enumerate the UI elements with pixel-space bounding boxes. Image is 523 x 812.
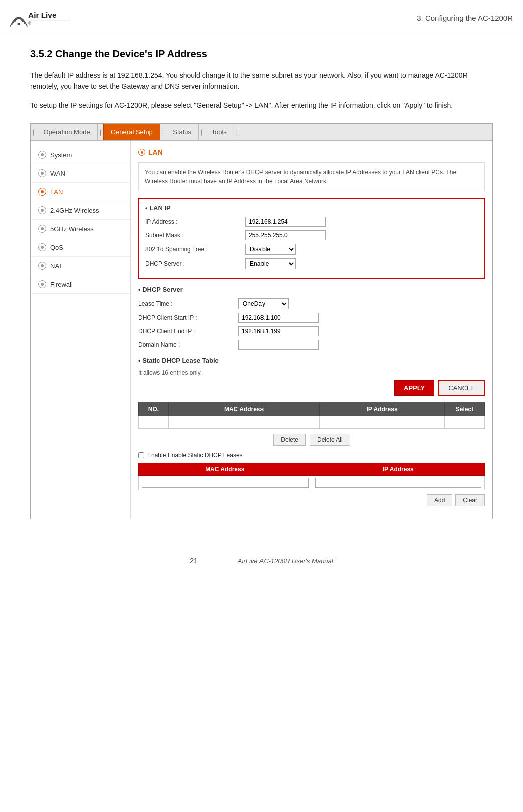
table-header-select: Select xyxy=(445,402,485,416)
static-mac-input[interactable] xyxy=(142,478,309,488)
lan-ip-box: • LAN IP IP Address : Subnet Mask : 802.… xyxy=(138,198,485,279)
paragraph-2: To setup the IP settings for AC-1200R, p… xyxy=(30,100,493,111)
sidebar-item-nat[interactable]: NAT xyxy=(31,257,130,275)
wan-icon xyxy=(38,169,46,177)
sidebar-item-5ghz-label: 5GHz Wireless xyxy=(50,225,94,233)
svg-point-0 xyxy=(18,23,20,25)
nav-item-tools[interactable]: Tools xyxy=(205,124,234,140)
delete-button[interactable]: Delete xyxy=(273,434,306,446)
panel-title-icon-inner xyxy=(141,151,143,154)
router-ui-screenshot: | Operation Mode | General Setup | Statu… xyxy=(30,123,493,519)
sidebar-item-5ghz[interactable]: 5GHz Wireless xyxy=(31,220,130,238)
lease-table: NO. MAC Address IP Address Select xyxy=(138,402,485,429)
nav-bar: | Operation Mode | General Setup | Statu… xyxy=(31,124,492,141)
spanning-tree-row: 802.1d Spanning Tree : Disable Enable xyxy=(145,244,478,255)
static-table-row xyxy=(139,476,485,490)
svg-text:Air Live: Air Live xyxy=(28,11,57,19)
spanning-tree-select[interactable]: Disable Enable xyxy=(245,244,296,255)
qos-icon xyxy=(38,243,46,251)
right-panel: LAN You can enable the Wireless Router's… xyxy=(131,141,492,519)
nav-item-status[interactable]: Status xyxy=(166,124,199,140)
nav-item-operation-mode[interactable]: Operation Mode xyxy=(36,124,97,140)
sidebar-item-system[interactable]: System xyxy=(31,146,130,164)
nav-separator-1: | xyxy=(98,124,103,140)
enable-static-dhcp-row: Enable Enable Static DHCP Leases xyxy=(138,452,485,459)
delete-all-button[interactable]: Delete All xyxy=(310,434,350,446)
24ghz-icon xyxy=(38,206,46,214)
static-dhcp-table: MAC Address IP Address xyxy=(138,463,485,490)
dhcp-end-ip-row: DHCP Client End IP : xyxy=(138,326,485,336)
static-dhcp-title: • Static DHCP Lease Table xyxy=(138,357,485,364)
router-main: System WAN LAN 2.4GHz Wireless 5GHz Wire… xyxy=(31,141,492,519)
dhcp-server-title: • DHCP Server xyxy=(138,286,485,293)
footer-manual-name: AirLive AC-1200R User's Manual xyxy=(238,557,333,565)
sidebar-item-system-label: System xyxy=(50,151,72,159)
lease-time-row: Lease Time : OneDay OneWeek OneMonth xyxy=(138,298,485,309)
nav-item-general-setup[interactable]: General Setup xyxy=(103,124,160,140)
nav-separator-left: | xyxy=(31,124,36,140)
static-ip-input[interactable] xyxy=(315,478,482,488)
sidebar-item-nat-label: NAT xyxy=(50,262,63,270)
subnet-mask-label: Subnet Mask : xyxy=(145,232,245,239)
lease-time-select[interactable]: OneDay OneWeek OneMonth xyxy=(238,298,289,309)
table-cell-empty-ip xyxy=(320,416,445,429)
enable-static-dhcp-checkbox[interactable] xyxy=(138,452,144,458)
dhcp-server-label: DHCP Server : xyxy=(145,260,245,267)
dhcp-start-ip-input[interactable] xyxy=(238,313,319,323)
domain-name-input[interactable] xyxy=(238,340,319,350)
domain-name-row: Domain Name : xyxy=(138,340,485,350)
delete-row: Delete Delete All xyxy=(138,434,485,446)
page-header: Air Live ® 3. Configuring the AC-1200R xyxy=(0,0,523,33)
airlive-logo: Air Live ® xyxy=(10,5,70,30)
logo-area: Air Live ® xyxy=(10,5,70,30)
lan-icon xyxy=(38,188,46,196)
dhcp-server-select[interactable]: Enable Disable xyxy=(245,258,296,269)
static-dhcp-section: • Static DHCP Lease Table It allows 16 e… xyxy=(138,357,485,506)
dhcp-start-ip-row: DHCP Client Start IP : xyxy=(138,313,485,323)
static-dhcp-info: It allows 16 entries only. xyxy=(138,369,485,376)
sidebar-item-lan-label: LAN xyxy=(50,188,63,196)
sidebar-item-firewall-label: Firewall xyxy=(50,281,73,288)
svg-text:®: ® xyxy=(28,21,32,26)
add-clear-row: Add Clear xyxy=(138,494,485,506)
footer-page-number: 21 xyxy=(190,557,198,565)
sidebar-item-24ghz[interactable]: 2.4GHz Wireless xyxy=(31,201,130,220)
static-header-mac: MAC Address xyxy=(139,463,312,476)
page-footer: 21 AirLive AC-1200R User's Manual xyxy=(0,542,523,572)
apply-button[interactable]: APPLY xyxy=(394,380,434,396)
sidebar-item-firewall[interactable]: Firewall xyxy=(31,275,130,294)
chapter-title: 3. Configuring the AC-1200R xyxy=(417,14,513,22)
add-button[interactable]: Add xyxy=(427,494,452,506)
enable-static-dhcp-label: Enable Enable Static DHCP Leases xyxy=(147,452,243,459)
static-ip-cell xyxy=(312,476,485,490)
dhcp-server-row: DHCP Server : Enable Disable xyxy=(145,258,478,269)
table-header-ip: IP Address xyxy=(320,402,445,416)
info-box: You can enable the Wireless Router's DHC… xyxy=(138,162,485,191)
dhcp-end-ip-input[interactable] xyxy=(238,326,319,336)
section-heading: 3.5.2 Change the Device's IP Address xyxy=(30,48,493,60)
cancel-button[interactable]: CANCEL xyxy=(438,380,485,396)
panel-title: LAN xyxy=(138,148,485,156)
5ghz-icon xyxy=(38,225,46,233)
table-header-mac: MAC Address xyxy=(169,402,320,416)
table-cell-empty-mac xyxy=(169,416,320,429)
ip-address-label: IP Address : xyxy=(145,218,245,225)
sidebar-item-qos[interactable]: QoS xyxy=(31,238,130,257)
nat-icon xyxy=(38,262,46,270)
sidebar-item-lan[interactable]: LAN xyxy=(31,183,130,201)
apply-cancel-row: APPLY CANCEL xyxy=(138,380,485,396)
sidebar-item-24ghz-label: 2.4GHz Wireless xyxy=(50,207,99,214)
ip-address-input[interactable] xyxy=(245,217,326,227)
paragraph-1: The default IP address is at 192.168.1.2… xyxy=(30,70,493,92)
sidebar: System WAN LAN 2.4GHz Wireless 5GHz Wire… xyxy=(31,141,131,519)
spanning-tree-label: 802.1d Spanning Tree : xyxy=(145,246,245,253)
nav-separator-right: | xyxy=(234,124,240,140)
ip-address-row: IP Address : xyxy=(145,217,478,227)
subnet-mask-row: Subnet Mask : xyxy=(145,230,478,240)
sidebar-item-wan[interactable]: WAN xyxy=(31,164,130,183)
clear-button[interactable]: Clear xyxy=(455,494,485,506)
panel-title-icon xyxy=(138,149,145,156)
subnet-mask-input[interactable] xyxy=(245,230,326,240)
dhcp-section: • DHCP Server Lease Time : OneDay OneWee… xyxy=(138,286,485,350)
table-cell-empty-no xyxy=(139,416,169,429)
